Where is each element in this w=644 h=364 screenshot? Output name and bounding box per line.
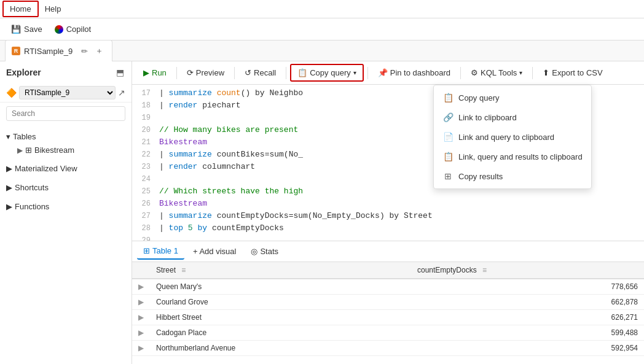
functions-label: Functions [15,202,49,211]
add-visual-tab[interactable]: + Add visual [187,244,242,259]
query-toolbar: ▶ Run ⟳ Preview ↺ Recall 📋 Copy query ▾ … [132,61,644,85]
expand-cell: ▶ [132,295,150,310]
expand-col-header [132,262,150,279]
count-cell: 592,954 [411,341,644,356]
table-grid-icon: ⊞ [25,145,32,155]
menu-help[interactable]: Help [39,2,68,16]
functions-section: ▶ Functions [0,197,132,216]
dropdown-link-results-label: Link, query and results to clipboard [458,152,583,161]
expand-cell: ▶ [132,325,150,341]
run-button[interactable]: ▶ Run [137,65,173,80]
functions-chevron-icon: ▶ [6,202,12,211]
shortcuts-chevron-icon: ▶ [6,183,12,192]
stats-tab[interactable]: ◎ Stats [245,244,285,259]
kql-icon: ⚙ [471,68,478,77]
count-cell: 778,656 [411,279,644,295]
sidebar-expand-button[interactable]: ⬒ [115,66,125,79]
run-icon: ▶ [143,68,149,77]
menu-home[interactable]: Home [2,1,39,17]
export-icon: ⬆ [543,68,549,77]
pin-icon: 📌 [378,68,388,77]
table-row[interactable]: ▶ Queen Mary's 778,656 [132,279,644,295]
table-row[interactable]: ▶ Cadogan Place 599,488 [132,325,644,341]
tab-add-button[interactable]: ＋ [93,44,106,58]
results-area: ⊞ Table 1 + Add visual ◎ Stats [132,241,644,364]
tab-edit-button[interactable]: ✏ [79,45,90,57]
code-line-27: 27 | summarize countEmptyDocks=sum(No_Em… [132,210,644,222]
dropdown-item-link-query-results[interactable]: 📋 Link, query and results to clipboard [434,147,591,166]
separator-5 [460,67,461,79]
copy-results-icon: ⊞ [442,171,454,181]
separator-1 [176,67,177,79]
table-row[interactable]: ▶ Hibbert Street 626,271 [132,310,644,325]
shortcuts-header[interactable]: ▶ Shortcuts [0,180,132,195]
sidebar-search-container [0,103,132,125]
link-query-icon: 📄 [442,132,454,142]
stats-icon: ◎ [251,247,257,256]
dropdown-item-copy-query[interactable]: 📋 Copy query [434,88,591,107]
shortcuts-label: Shortcuts [15,183,49,192]
preview-button[interactable]: ⟳ Preview [181,65,230,80]
mv-chevron-icon: ▶ [6,164,12,173]
count-cell: 662,878 [411,295,644,310]
street-cell: Hibbert Street [150,310,411,325]
link-results-icon: 📋 [442,152,454,161]
database-dropdown[interactable]: RTISample_9 [19,86,116,99]
export-to-csv-button[interactable]: ⬆ Export to CSV [536,65,608,80]
search-input[interactable] [6,106,125,121]
materialized-view-header[interactable]: ▶ Materialized View [0,161,132,176]
count-cell: 626,271 [411,310,644,325]
recall-button[interactable]: ↺ Recall [238,65,282,80]
results-table: Street ≡ countEmptyDocks ≡ ▶ Queen Mary'… [132,262,644,364]
table1-tab[interactable]: ⊞ Table 1 [137,243,184,260]
dropdown-item-copy-results[interactable]: ⊞ Copy results [434,166,591,186]
count-col-header: countEmptyDocks ≡ [411,262,644,279]
query-tab[interactable]: R RTISample_9 ✏ ＋ [5,40,112,61]
street-cell: Cadogan Place [150,325,411,341]
kql-chevron-icon: ▾ [519,69,522,76]
materialized-view-label: Materialized View [15,164,77,173]
dropdown-item-link-clipboard[interactable]: 🔗 Link to clipboard [434,107,591,127]
separator-2 [234,67,235,79]
bikestream-label: Bikestream [34,145,74,155]
functions-header[interactable]: ▶ Functions [0,199,132,214]
dropdown-link-query-label: Link and query to clipboard [458,133,554,142]
dropdown-copy-results-label: Copy results [458,172,503,181]
tables-chevron-icon: ▾ [6,132,10,141]
tables-section-header[interactable]: ▾ Tables [0,130,132,144]
dropdown-item-link-query-clipboard[interactable]: 📄 Link and query to clipboard [434,127,591,147]
copy-query-button[interactable]: 📋 Copy query ▾ [290,64,363,82]
kql-tools-button[interactable]: ⚙ KQL Tools ▾ [465,65,528,80]
sidebar: Explorer ⬒ 🔶 RTISample_9 ↗ ▾ Tables [0,61,132,364]
main-layout: Explorer ⬒ 🔶 RTISample_9 ↗ ▾ Tables [0,61,644,364]
code-line-28: 28 | top 5 by countEmptyDocks [132,222,644,234]
save-icon: 💾 [11,25,21,34]
table-row[interactable]: ▶ Courland Grove 662,878 [132,295,644,310]
table-row[interactable]: ▶ Northumberland Avenue 592,954 [132,341,644,356]
tab-name: RTISample_9 [24,47,73,56]
street-cell: Northumberland Avenue [150,341,411,356]
open-database-button[interactable]: ↗ [118,88,125,98]
code-line-26: 26 Bikestream [132,198,644,210]
tab-bar: R RTISample_9 ✏ ＋ [0,41,644,61]
pin-to-dashboard-button[interactable]: 📌 Pin to dashboard [372,65,457,80]
sidebar-db-select: 🔶 RTISample_9 ↗ [0,83,132,103]
separator-3 [286,67,286,79]
separator-6 [532,67,533,79]
results-tabs: ⊞ Table 1 + Add visual ◎ Stats [132,241,644,262]
street-cell: Courland Grove [150,295,411,310]
tables-section: ▾ Tables ▶ ⊞ Bikestream [0,127,132,159]
sidebar-title: Explorer [6,68,41,77]
copy-query-chevron-icon: ▾ [353,69,356,76]
preview-icon: ⟳ [187,68,194,77]
recall-icon: ↺ [245,68,251,77]
shortcuts-section: ▶ Shortcuts [0,178,132,197]
dropdown-copy-query-label: Copy query [458,93,499,103]
materialized-view-section: ▶ Materialized View [0,159,132,178]
copilot-button[interactable]: Copilot [50,22,96,36]
save-button[interactable]: 💾 Save [6,22,47,36]
menu-bar: Home Help [0,0,644,18]
expand-icon: ▶ [17,146,23,155]
street-cell: Queen Mary's [150,279,411,295]
bikestream-tree-item[interactable]: ▶ ⊞ Bikestream [0,144,132,157]
